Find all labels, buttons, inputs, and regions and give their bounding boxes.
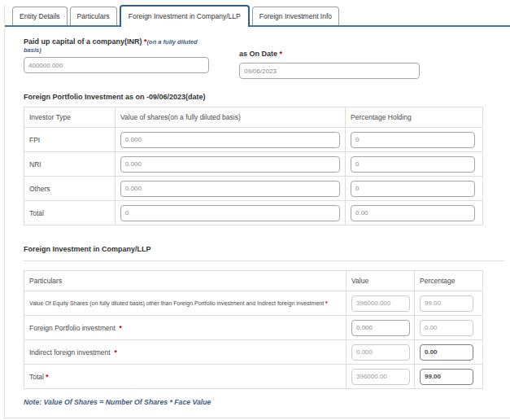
table-row-others: Others (24, 177, 483, 201)
col-header-particulars: Particulars (24, 271, 347, 291)
particulars-label: Foreign Portfolio investment * (24, 316, 347, 340)
total-percentage-input[interactable] (351, 205, 475, 221)
fpi-percentage-input[interactable] (351, 132, 475, 148)
others-percentage-input[interactable] (351, 181, 475, 197)
paid-up-capital-label: Paid up capital of a company(INR) (24, 37, 142, 46)
as-on-date-label: as On Date * (239, 50, 420, 58)
col-header-percentage-holding: Percentage Holding (346, 107, 483, 128)
portfolio-section-heading: Foreign Portfolio Investment as on -09/0… (24, 93, 504, 101)
required-asterisk: * (325, 300, 328, 306)
tab-panel-content: Paid up capital of a company(INR) *(on a… (5, 37, 510, 406)
required-asterisk: * (114, 348, 116, 357)
investment-table: Particulars Value Percentage Value Of Eq… (24, 270, 483, 389)
form-panel: Entity Details Particulars Foreign Inves… (4, 5, 510, 418)
foreign-portfolio-value-input[interactable] (351, 320, 410, 336)
capital-date-row: Paid up capital of a company(INR) *(on a… (24, 37, 504, 79)
col-header-value: Value (347, 271, 415, 291)
as-on-date-field: as On Date * (239, 37, 420, 79)
investor-type-label: FPI (24, 128, 116, 152)
equity-shares-percentage-input[interactable] (420, 295, 473, 312)
as-on-date-input[interactable] (239, 63, 420, 79)
equity-shares-value-input[interactable] (351, 295, 410, 312)
paid-up-capital-input[interactable] (24, 57, 209, 73)
total-value-input[interactable] (351, 369, 410, 385)
particulars-label: Indirect foreign investment * (24, 340, 347, 365)
indirect-foreign-value-input[interactable] (351, 344, 410, 361)
required-asterisk: * (120, 324, 122, 332)
tab-particulars[interactable]: Particulars (70, 7, 117, 25)
table-row-equity-shares: Value Of Equity Shares (on fully diluted… (24, 291, 483, 316)
table-row-total: Total (24, 201, 483, 225)
total-value-input[interactable] (120, 205, 340, 221)
table-header-row: Investor Type Value of shares(on a fully… (24, 107, 483, 128)
indirect-foreign-percentage-input[interactable] (420, 344, 473, 361)
particulars-label: Total * (24, 365, 347, 389)
nri-percentage-input[interactable] (351, 156, 475, 173)
col-header-investor-type: Investor Type (24, 107, 116, 128)
tab-entity-details[interactable]: Entity Details (12, 7, 68, 25)
particulars-label: Value Of Equity Shares (on fully diluted… (24, 291, 347, 316)
required-asterisk: * (280, 50, 283, 58)
investment-section-heading: Foreign Investment in Company/LLP (24, 245, 504, 261)
nri-value-input[interactable] (120, 156, 340, 173)
paid-up-capital-field: Paid up capital of a company(INR) *(on a… (24, 37, 216, 79)
investor-type-label: Others (24, 177, 116, 201)
investor-type-label: Total (24, 201, 116, 225)
table-row-indirect-foreign: Indirect foreign investment * (24, 340, 483, 365)
foreign-portfolio-percentage-input[interactable] (420, 320, 473, 336)
value-of-shares-note: Note: Value Of Shares = Number Of Shares… (24, 398, 504, 406)
investor-type-label: NRI (24, 152, 116, 177)
tab-bar: Entity Details Particulars Foreign Inves… (5, 5, 510, 27)
required-asterisk: * (46, 373, 48, 381)
table-header-row: Particulars Value Percentage (24, 271, 483, 291)
table-row-total: Total * (24, 365, 483, 389)
table-row-nri: NRI (24, 152, 483, 177)
fpi-value-input[interactable] (120, 132, 340, 148)
others-value-input[interactable] (120, 181, 340, 197)
col-header-value-of-shares: Value of shares(on a fully diluted basis… (116, 107, 346, 128)
total-percentage-input[interactable] (420, 369, 473, 385)
tab-foreign-investment-company[interactable]: Foreign Investment in Company/LLP (120, 5, 250, 27)
tab-foreign-investment-info[interactable]: Foreign Investment Info (252, 7, 339, 25)
table-row-foreign-portfolio: Foreign Portfolio investment * (24, 316, 483, 340)
col-header-percentage: Percentage (415, 271, 483, 291)
table-row-fpi: FPI (24, 128, 483, 152)
portfolio-table: Investor Type Value of shares(on a fully… (24, 107, 483, 225)
